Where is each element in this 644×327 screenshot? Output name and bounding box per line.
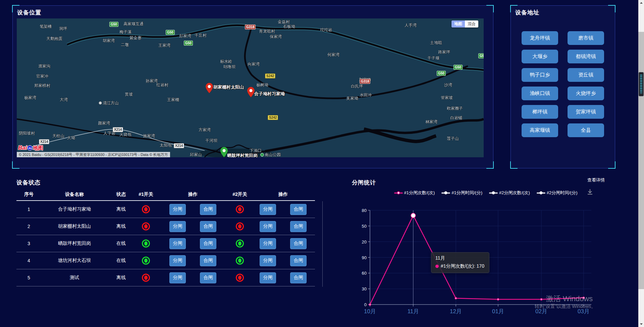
switch2-cell bbox=[228, 257, 251, 265]
baidu-map[interactable]: 地图 混合 Bai du 地图 © 2021 Baidu - GS(2019)5… bbox=[17, 18, 484, 157]
map-place-label: 标水岭 bbox=[220, 59, 232, 64]
map-place-label: 土地咀 bbox=[430, 40, 442, 46]
address-button-2[interactable]: 磨市镇 bbox=[568, 31, 604, 45]
svg-text:11月: 11月 bbox=[408, 308, 419, 315]
baidu-logo-map-text: 地图 bbox=[33, 145, 43, 151]
map-place-label: 胡家湾 bbox=[103, 38, 115, 44]
switch1-indicator-green bbox=[142, 239, 150, 248]
operation1-cell: 分闸合闸 bbox=[157, 272, 228, 283]
map-place-label: 路家坪 bbox=[438, 49, 450, 55]
open-switch2-button[interactable]: 分闸 bbox=[260, 221, 276, 232]
address-button-7[interactable]: 渔峡口镇 bbox=[522, 87, 558, 100]
open-switch2-button[interactable]: 分闸 bbox=[260, 255, 276, 266]
map-marker-red[interactable] bbox=[206, 83, 213, 95]
switch2-indicator-green bbox=[236, 239, 244, 248]
scrollbar-up-button[interactable] bbox=[638, 0, 644, 6]
map-place-label: 王家棚 bbox=[167, 97, 179, 103]
address-button-6[interactable]: 资丘镇 bbox=[568, 68, 604, 82]
map-place-label: 林家湾 bbox=[425, 119, 437, 125]
close-switch1-button[interactable]: 合闸 bbox=[200, 272, 216, 283]
scrollbar-down-button[interactable] bbox=[638, 321, 644, 327]
device-status-table: 序号设备名称状态#1开关操作#2开关操作1合子坳村习家坳离线分闸合闸分闸合闸2胡… bbox=[16, 189, 315, 286]
column-header: 操作 bbox=[251, 192, 315, 198]
close-switch2-button[interactable]: 合闸 bbox=[290, 255, 307, 266]
map-place-label: 大坳 bbox=[67, 135, 75, 141]
address-button-9[interactable]: 榔坪镇 bbox=[522, 105, 558, 119]
close-switch1-button[interactable]: 合闸 bbox=[200, 221, 216, 232]
svg-text:180: 180 bbox=[362, 208, 367, 213]
map-place-label: 紫金寨 bbox=[129, 35, 142, 41]
address-button-5[interactable]: 鸭子口乡 bbox=[522, 68, 558, 82]
legend-dot-icon bbox=[539, 192, 542, 195]
switch1-cell bbox=[135, 274, 157, 282]
address-button-10[interactable]: 贺家坪镇 bbox=[568, 105, 604, 119]
legend-item-1[interactable]: #1分闸次数/(次) bbox=[394, 190, 435, 196]
legend-label: #2分闸次数/(次) bbox=[499, 190, 530, 196]
address-button-1[interactable]: 龙舟坪镇 bbox=[522, 31, 558, 45]
open-switch1-button[interactable]: 分闸 bbox=[169, 221, 186, 232]
switch2-cell bbox=[228, 274, 251, 282]
map-marker-red[interactable] bbox=[247, 87, 255, 99]
open-switch1-button[interactable]: 分闸 bbox=[169, 204, 186, 215]
svg-text:10月: 10月 bbox=[364, 308, 376, 315]
close-switch1-button[interactable]: 合闸 bbox=[200, 255, 216, 266]
operation2-cell: 分闸合闸 bbox=[251, 221, 315, 232]
address-button-8[interactable]: 火烧坪乡 bbox=[568, 87, 604, 100]
legend-item-2[interactable]: #1分闸时间/(分) bbox=[441, 190, 482, 196]
close-switch2-button[interactable]: 合闸 bbox=[290, 272, 307, 283]
corner-decoration bbox=[12, 161, 19, 169]
map-place-label: 渡家沟 bbox=[38, 63, 50, 69]
map-place-label: 高家堰互通 bbox=[123, 21, 144, 27]
map-toggle-map-button[interactable]: 地图 bbox=[451, 20, 465, 28]
legend-item-3[interactable]: #2分闸次数/(次) bbox=[489, 190, 530, 196]
switch1-cell bbox=[135, 257, 157, 265]
view-details-link[interactable]: 查看详情 bbox=[587, 177, 605, 183]
map-place-label: 南山公园 bbox=[260, 152, 281, 157]
switch1-indicator-green bbox=[142, 257, 150, 265]
open-switch2-button[interactable]: 分闸 bbox=[260, 238, 276, 249]
switch2-cell bbox=[228, 239, 251, 248]
operation1-cell: 分闸合闸 bbox=[157, 221, 228, 232]
road-badge: G50 bbox=[184, 41, 193, 46]
table-header-row: 序号设备名称状态#1开关操作#2开关操作 bbox=[16, 189, 315, 201]
legend-item-4[interactable]: #2分闸时间/(分) bbox=[537, 190, 578, 196]
legend-line-icon bbox=[441, 193, 450, 194]
svg-text:0: 0 bbox=[364, 302, 367, 307]
tooltip-series-dot bbox=[435, 265, 439, 268]
scrollbar-thumb[interactable] bbox=[638, 32, 644, 289]
device-name: 晒鼓坪村荒田岗 bbox=[41, 240, 108, 247]
close-switch1-button[interactable]: 合闸 bbox=[200, 238, 216, 249]
page-scrollbar[interactable] bbox=[638, 0, 644, 327]
svg-text:150: 150 bbox=[362, 224, 367, 229]
chart-tooltip: 11月 #1分闸次数/(次): 170 bbox=[431, 252, 489, 273]
open-switch2-button[interactable]: 分闸 bbox=[260, 272, 276, 283]
close-switch2-button[interactable]: 合闸 bbox=[290, 204, 307, 215]
map-place-label: 杨树坳 bbox=[256, 82, 268, 88]
address-button-4[interactable]: 都镇湾镇 bbox=[568, 50, 604, 63]
address-button-12[interactable]: 全县 bbox=[568, 123, 604, 137]
activate-windows-watermark-sub: 转到“设置”以激活 Windows。 bbox=[535, 304, 596, 310]
address-button-3[interactable]: 大堰乡 bbox=[522, 50, 558, 63]
stats-title: 分闸统计 bbox=[352, 179, 376, 186]
open-switch1-button[interactable]: 分闸 bbox=[169, 255, 186, 266]
device-location-panel: 设备位置 地图 混合 Bai du 地图 © 2021 Baidu - GS(2… bbox=[12, 5, 493, 168]
map-place-label: 咕噜坝 bbox=[223, 64, 235, 70]
road-badge: G318 bbox=[245, 24, 256, 30]
operation1-cell: 分闸合闸 bbox=[157, 238, 228, 249]
close-switch1-button[interactable]: 合闸 bbox=[200, 204, 216, 215]
close-switch2-button[interactable]: 合闸 bbox=[290, 221, 307, 232]
device-status: 离线 bbox=[108, 206, 135, 212]
map-place-label: 王家湾 bbox=[158, 43, 170, 48]
open-switch1-button[interactable]: 分闸 bbox=[169, 238, 186, 249]
operation2-cell: 分闸合闸 bbox=[251, 204, 315, 215]
legend-line-icon bbox=[394, 193, 403, 194]
open-switch2-button[interactable]: 分闸 bbox=[260, 204, 276, 215]
map-toggle-mixed-button[interactable]: 混合 bbox=[465, 20, 478, 28]
tooltip-entry: #1分闸次数/(次): 170 bbox=[441, 263, 484, 269]
close-switch2-button[interactable]: 合闸 bbox=[290, 238, 307, 249]
corner-decoration bbox=[510, 161, 518, 169]
open-switch1-button[interactable]: 分闸 bbox=[169, 272, 186, 283]
address-button-11[interactable]: 高家堰镇 bbox=[522, 123, 558, 137]
row-number: 4 bbox=[16, 258, 41, 263]
map-marker-green[interactable] bbox=[220, 147, 228, 157]
